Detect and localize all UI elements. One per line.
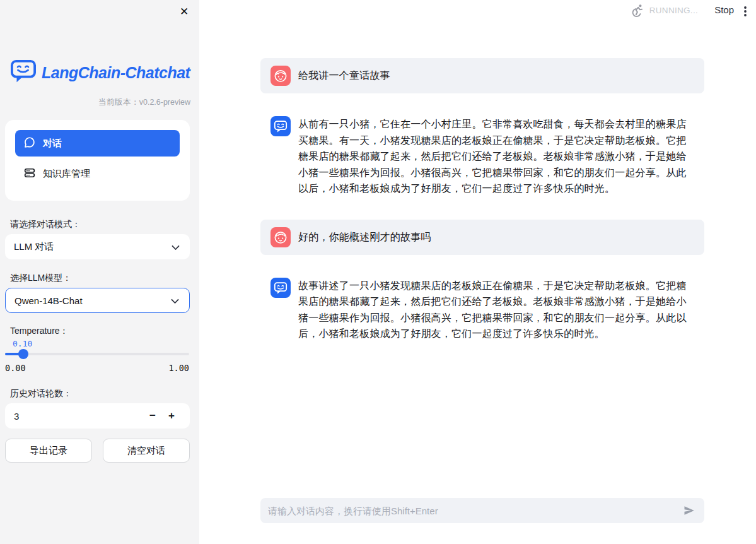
user-avatar-boy-face-icon	[270, 66, 291, 86]
chevron-down-icon	[171, 295, 179, 306]
running-status-icon	[631, 4, 644, 20]
chat-bubble-icon	[24, 137, 35, 150]
message-text: 给我讲一个童话故事	[298, 68, 390, 84]
database-icon	[24, 167, 35, 180]
app-window: ✕ LangChain-Chatchat 当前版本：v0.2.6-preview	[0, 0, 756, 544]
chat-input[interactable]	[268, 506, 682, 516]
message-text: 从前有一只小猪，它住在一个小村庄里。它非常喜欢吃甜食，每天都会去村里的糖果店买糖…	[298, 116, 694, 197]
version-value: v0.2.6-preview	[139, 98, 190, 107]
slider-range-labels: 0.00 1.00	[5, 363, 189, 373]
dialog-mode-select[interactable]: LLM 对话	[5, 234, 190, 259]
assistant-avatar-smiley-bubble-icon	[270, 278, 291, 298]
dialog-mode-value: LLM 对话	[14, 241, 54, 253]
user-avatar-boy-face-icon	[270, 227, 291, 247]
assistant-avatar-smiley-bubble-icon	[270, 116, 291, 136]
llm-model-label: 选择LLM模型：	[10, 273, 71, 284]
dialog-mode-label: 请选择对话模式：	[10, 219, 81, 230]
logo-smiley-bubble-icon	[10, 59, 37, 86]
close-sidebar-icon[interactable]: ✕	[177, 5, 191, 19]
llm-model-select[interactable]: Qwen-14B-Chat	[5, 288, 190, 313]
nav-item-dialogue[interactable]: 对话	[15, 130, 180, 157]
kebab-menu-icon[interactable]	[740, 5, 751, 20]
history-turns-label: 历史对话轮数：	[10, 388, 72, 399]
slider-thumb[interactable]	[18, 349, 28, 359]
nav-card: 对话 知识库管理	[5, 120, 190, 201]
slider-max: 1.00	[168, 363, 189, 373]
slider-min: 0.00	[5, 363, 26, 373]
temperature-label: Temperature：	[10, 326, 69, 337]
stop-button[interactable]: Stop	[714, 4, 734, 15]
temperature-slider[interactable]	[5, 353, 189, 355]
assistant-message-row: 故事讲述了一只小猪发现糖果店的老板娘正在偷糖果，于是它决定帮助老板娘。它把糖果店…	[260, 270, 704, 350]
history-turns-value: 3	[14, 411, 143, 422]
assistant-message-row: 从前有一只小猪，它住在一个小村庄里。它非常喜欢吃甜食，每天都会去村里的糖果店买糖…	[260, 109, 704, 204]
history-turns-input[interactable]: 3 − +	[5, 403, 190, 429]
chat-input-bar	[260, 498, 704, 523]
app-title: LangChain-Chatchat	[42, 64, 190, 82]
app-logo: LangChain-Chatchat	[10, 59, 190, 86]
user-message-row: 给我讲一个童话故事	[260, 58, 704, 93]
sidebar: ✕ LangChain-Chatchat 当前版本：v0.2.6-preview	[0, 0, 199, 544]
message-text: 好的，你能概述刚才的故事吗	[298, 229, 431, 245]
message-text: 故事讲述了一只小猪发现糖果店的老板娘正在偷糖果，于是它决定帮助老板娘。它把糖果店…	[298, 278, 694, 342]
nav-item-label: 对话	[43, 138, 62, 150]
version-info: 当前版本：v0.2.6-preview	[98, 97, 190, 108]
export-history-button[interactable]: 导出记录	[5, 439, 92, 463]
top-toolbar: RUNNING... Stop	[199, 0, 756, 23]
temperature-value: 0.10	[13, 339, 32, 348]
nav-item-knowledge-base[interactable]: 知识库管理	[15, 160, 180, 187]
chevron-down-icon	[172, 242, 180, 252]
running-status-text: RUNNING...	[649, 6, 698, 15]
llm-model-value: Qwen-14B-Chat	[15, 295, 83, 306]
chat-messages: 给我讲一个童话故事 从前有一只小猪，它住在一个小村庄里。它非常喜欢吃甜食，每天都…	[260, 58, 704, 365]
decrement-button[interactable]: −	[143, 410, 162, 422]
version-label: 当前版本：	[98, 97, 139, 107]
send-icon[interactable]	[682, 503, 697, 518]
nav-item-label: 知识库管理	[43, 168, 90, 180]
user-message-row: 好的，你能概述刚才的故事吗	[260, 220, 704, 255]
increment-button[interactable]: +	[162, 410, 181, 422]
clear-dialogue-button[interactable]: 清空对话	[103, 439, 190, 463]
